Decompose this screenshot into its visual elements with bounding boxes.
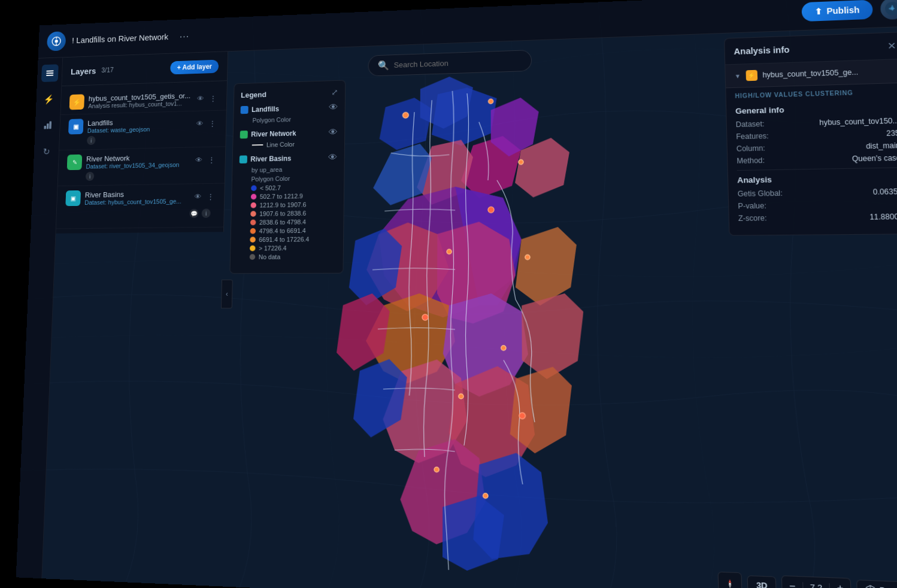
legend-item-4: 1907.6 to 2838.6 (238, 210, 337, 218)
analysis-close-button[interactable]: ✕ (887, 40, 896, 52)
analysis-key-getis: Getis Global: (738, 189, 783, 198)
analysis-title: Analysis info (734, 44, 789, 56)
list-item: ▣ River Basins Dataset: hybus_count_tov1… (56, 183, 225, 229)
legend-landfills-eye[interactable]: 👁 (329, 102, 338, 113)
topbar-right: ⬆ Publish (802, 0, 897, 23)
topbar-menu-icon[interactable]: ⋯ (179, 30, 189, 43)
legend-section-river: River Network 👁 Line Color (240, 127, 338, 148)
svg-point-36 (434, 467, 439, 472)
analysis-divider (737, 167, 897, 171)
visibility-icon-basins[interactable]: 👁 (193, 191, 203, 202)
list-item: ✎ River Network Dataset: river_tov1505_3… (58, 147, 226, 186)
more-icon-analysis[interactable]: ⋮ (208, 93, 218, 104)
legend-layer-name-river: River Network (240, 129, 296, 138)
publish-label: Publish (826, 5, 860, 16)
legend-dot-2 (251, 194, 257, 200)
analysis-row-pvalue: P-value: 0 (738, 200, 897, 211)
svg-point-37 (483, 493, 488, 499)
expand-icon[interactable]: ▼ (734, 72, 741, 79)
legend-dot-3 (251, 202, 257, 208)
legend-basins-eye[interactable]: 👁 (328, 152, 337, 163)
more-icon-landfills[interactable]: ⋮ (208, 117, 217, 128)
svg-point-34 (459, 394, 463, 399)
layers-content: ⚡ hybus_count_tov1505_getis_or... Analys… (56, 81, 227, 234)
layer-info-analysis: hybus_count_tov1505_getis_or... Analysis… (88, 91, 192, 109)
legend-label-8: > 17226.4 (259, 244, 287, 251)
legend-close-button[interactable]: ⤢ (331, 87, 338, 96)
legend-layer-header-basins: River Basins 👁 (240, 152, 338, 164)
layer-count: 3/17 (101, 66, 114, 74)
sidebar-icon-refresh[interactable]: ↻ (38, 143, 55, 160)
analysis-val-zscore: 11.88007 (869, 213, 897, 222)
info-icon-river[interactable]: i (86, 172, 95, 181)
analysis-row-features: Features: 235 (736, 129, 897, 141)
add-layer-button[interactable]: + Add layer (170, 60, 219, 75)
info-icon-basins[interactable]: i (202, 208, 211, 217)
chat-icon-basins[interactable]: 💬 (189, 209, 198, 218)
sidebar-icon-lightning[interactable]: ⚡ (40, 90, 57, 108)
legend-item-7: 6691.4 to 17226.4 (238, 235, 337, 243)
legend-basins-by: by up_area (251, 165, 337, 174)
legend-river-label: River Network (251, 129, 296, 138)
analysis-val-column: dist_main (866, 141, 897, 151)
publish-button[interactable]: ⬆ Publish (802, 0, 873, 22)
legend-dot-1 (251, 185, 257, 191)
svg-point-29 (488, 207, 494, 213)
sidebar-icon-chart[interactable] (39, 116, 56, 134)
visibility-icon-landfills[interactable]: 👁 (195, 118, 205, 129)
analysis-row-column: Column: dist_main (737, 141, 897, 153)
legend-layer-header-landfills: Landfills 👁 (241, 102, 338, 115)
visibility-icon-river[interactable]: 👁 (194, 154, 204, 165)
analysis-key-dataset: Dataset: (736, 120, 765, 129)
analysis-row-dataset: Dataset: hybus_count_tov150... (736, 116, 897, 129)
more-icon-river[interactable]: ⋮ (207, 154, 216, 165)
threed-button[interactable]: 3D (747, 575, 777, 588)
analysis-key-zscore: Z-score: (738, 214, 767, 223)
legend-label-2: 502.7 to 1212.9 (260, 193, 303, 201)
svg-point-35 (519, 413, 525, 419)
legend-dot-8 (250, 245, 256, 251)
analysis-panel: Analysis info ✕ ▼ ⚡ hybus_count_tov1505_… (724, 32, 897, 236)
analysis-layer-badge: ⚡ (746, 70, 757, 81)
avatar[interactable] (880, 0, 897, 20)
search-input[interactable] (394, 56, 522, 69)
svg-rect-46 (44, 126, 46, 129)
analysis-row-method: Method: Queen's case (737, 153, 897, 165)
legend-section-landfills: Landfills 👁 Polygon Color (240, 102, 338, 124)
legend-landfills-label: Landfills (251, 105, 279, 113)
analysis-row-getis: Getis Global: 0.06352 (738, 187, 897, 198)
legend-river-eye[interactable]: 👁 (329, 127, 338, 137)
add-layer-label: + Add layer (177, 63, 212, 72)
info-icon-landfills[interactable]: i (87, 136, 96, 145)
legend-item-6: 4798.4 to 6691.4 (238, 227, 337, 235)
svg-point-26 (403, 112, 409, 118)
collapse-button[interactable]: ‹ (221, 280, 233, 308)
legend-river-icon (240, 131, 248, 138)
app-container: ! Landfills on River Network ⋯ ⬆ Publish (16, 0, 897, 588)
legend-item-nodata: No data (237, 253, 336, 260)
basemap-button[interactable]: Basemap (856, 579, 897, 588)
legend-label-5: 2838.6 to 4798.4 (259, 219, 306, 226)
layer-info-landfills: Landfills Dataset: waste_geojson (87, 116, 192, 134)
layers-title: Layers (71, 66, 96, 76)
legend-dot-4 (250, 211, 256, 217)
visibility-icon-analysis[interactable]: 👁 (196, 93, 205, 104)
svg-point-31 (525, 255, 530, 260)
legend-label-3: 1212.9 to 1907.6 (259, 201, 306, 209)
zoom-value: 7.2 (802, 582, 830, 588)
compass-button[interactable] (718, 572, 743, 588)
legend-basins-sub: Polygon Color (251, 174, 337, 183)
zoom-in-button[interactable]: + (829, 578, 851, 588)
svg-point-33 (501, 345, 506, 350)
analysis-val-dataset: hybus_count_tov150... (819, 116, 897, 127)
legend-basins-label: River Basins (250, 154, 291, 163)
layer-bottom-icons-basins: 💬 i (65, 204, 215, 224)
sidebar-icon-layers[interactable] (41, 64, 58, 82)
legend-item-8: > 17226.4 (237, 244, 336, 252)
zoom-out-button[interactable]: − (782, 576, 803, 588)
layer-dataset-basins: Dataset: hybus_count_tov1505_ge... (84, 198, 189, 206)
legend-dot-6 (250, 228, 256, 234)
svg-point-30 (447, 249, 451, 254)
layer-sub-river: i (66, 169, 216, 181)
more-icon-basins[interactable]: ⋮ (206, 191, 216, 202)
